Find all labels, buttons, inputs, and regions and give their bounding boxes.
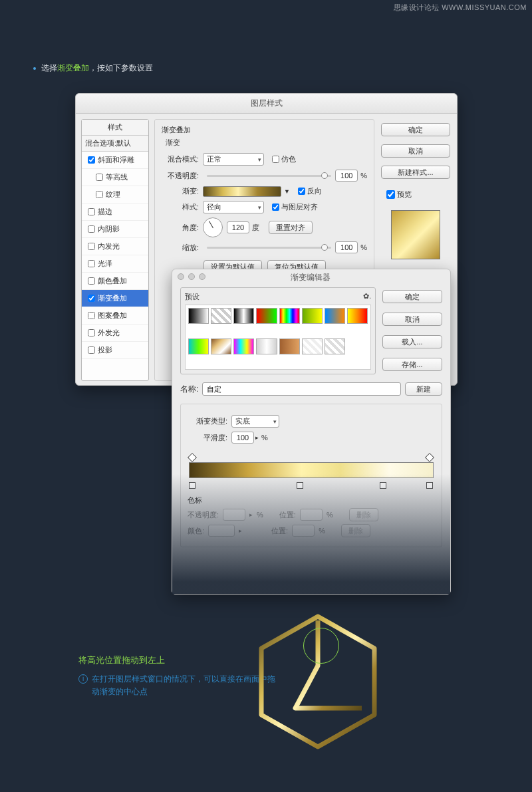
smooth-value[interactable]: 100 — [231, 432, 254, 444]
stop-pos-label: 位置: — [279, 510, 296, 520]
opacity-stop[interactable] — [425, 453, 434, 462]
gradient-type-section: 渐变类型: 实底 平滑度: 100 ▸ % 色标 不透明度: — [180, 404, 442, 547]
preset-swatch[interactable] — [325, 338, 345, 354]
preset-swatch[interactable] — [279, 338, 300, 354]
style-item-渐变叠加[interactable]: 渐变叠加 — [82, 290, 148, 307]
percent-label-2: % — [360, 243, 367, 251]
color-stop[interactable] — [297, 482, 303, 489]
preset-swatch[interactable] — [188, 338, 209, 354]
preset-swatch[interactable] — [188, 308, 209, 324]
preset-swatch[interactable] — [279, 308, 300, 324]
stops-header: 色标 — [188, 495, 435, 505]
presets-grid — [185, 305, 371, 370]
preview-swatch — [391, 210, 440, 259]
style-item-颜色叠加[interactable]: 颜色叠加 — [82, 273, 148, 290]
style-item-内发光[interactable]: 内发光 — [82, 238, 148, 255]
angle-value[interactable]: 120 — [227, 221, 249, 233]
ge-ok-button[interactable]: 确定 — [382, 290, 442, 303]
blend-mode-dropdown[interactable]: 正常 — [203, 153, 264, 166]
stop-pos-value-2[interactable] — [292, 525, 315, 537]
gradient-preview[interactable] — [203, 186, 281, 197]
dither-check[interactable]: 仿色 — [269, 154, 296, 165]
gradient-editor-dialog: 渐变编辑器 预设 ✿. 确定 取消 载入... 存储... 名称: 新建 — [172, 269, 451, 594]
opacity-stop[interactable] — [188, 453, 197, 462]
preset-swatch[interactable] — [211, 338, 231, 354]
cancel-button[interactable]: 取消 — [381, 144, 450, 158]
style-dropdown[interactable]: 径向 — [203, 201, 264, 213]
dither-label: 仿色 — [281, 154, 296, 164]
presets-panel: 预设 ✿. — [180, 287, 376, 374]
zoom-icon[interactable] — [199, 273, 205, 280]
style-item-纹理[interactable]: 纹理 — [82, 186, 148, 203]
smooth-label: 平滑度: — [188, 433, 227, 443]
style-list: 样式 混合选项:默认 斜面和浮雕等高线纹理描边内阴影内发光光泽颜色叠加渐变叠加图… — [81, 119, 149, 381]
type-dropdown[interactable]: 实底 — [231, 415, 279, 428]
delete-stop-button-2[interactable]: 删除 — [341, 524, 370, 537]
subsection-title: 渐变 — [166, 138, 367, 148]
style-item-等高线[interactable]: 等高线 — [82, 169, 148, 186]
blending-options-row[interactable]: 混合选项:默认 — [82, 136, 148, 152]
stop-color-swatch[interactable] — [208, 525, 235, 537]
reverse-check[interactable]: 反向 — [295, 186, 322, 197]
style-item-图案叠加[interactable]: 图案叠加 — [82, 307, 148, 325]
preset-swatch[interactable] — [256, 338, 277, 354]
color-stop[interactable] — [380, 482, 386, 489]
preset-swatch[interactable] — [256, 308, 277, 324]
opacity-slider[interactable] — [207, 175, 331, 177]
preset-swatch[interactable] — [302, 338, 323, 354]
preview-label: 预览 — [397, 190, 412, 199]
preset-swatch[interactable] — [325, 308, 345, 324]
angle-unit: 度 — [252, 223, 259, 233]
dialog-title: 图层样式 — [76, 94, 457, 114]
percent-label: % — [360, 172, 367, 180]
style-item-光泽[interactable]: 光泽 — [82, 255, 148, 273]
preset-swatch[interactable] — [211, 308, 231, 324]
new-style-button[interactable]: 新建样式... — [381, 166, 450, 179]
opacity-value[interactable]: 100 — [335, 170, 358, 182]
style-item-外发光[interactable]: 外发光 — [82, 325, 148, 342]
ge-load-button[interactable]: 载入... — [382, 335, 442, 348]
gear-icon[interactable]: ✿. — [363, 292, 371, 302]
stop-pos-value[interactable] — [300, 509, 323, 521]
annotation-green: 将高光位置拖动到左上 — [78, 654, 278, 666]
reverse-label: 反向 — [307, 186, 322, 196]
reset-align-button[interactable]: 重置对齐 — [269, 221, 313, 234]
bullet-icon — [33, 67, 36, 70]
minimize-icon[interactable] — [188, 273, 195, 280]
close-icon[interactable] — [178, 273, 184, 280]
new-button[interactable]: 新建 — [405, 382, 442, 396]
ge-cancel-button[interactable]: 取消 — [382, 313, 442, 326]
scale-label: 缩放: — [162, 243, 199, 253]
angle-label: 角度: — [162, 223, 199, 233]
color-stop[interactable] — [189, 482, 196, 489]
preset-swatch[interactable] — [347, 308, 368, 324]
color-stop[interactable] — [426, 482, 433, 489]
stop-opacity-value[interactable] — [223, 509, 245, 521]
scale-slider[interactable] — [207, 247, 331, 249]
gradient-editor-title: 渐变编辑器 — [209, 272, 412, 283]
name-input[interactable] — [202, 382, 401, 396]
caption-pre: 选择 — [41, 63, 57, 74]
scale-value[interactable]: 100 — [335, 241, 358, 253]
preset-swatch[interactable] — [233, 308, 254, 324]
preset-swatch[interactable] — [302, 308, 323, 324]
preview-check[interactable]: 预览 — [384, 188, 450, 201]
style-item-投影[interactable]: 投影 — [82, 342, 148, 359]
style-item-内阴影[interactable]: 内阴影 — [82, 221, 148, 238]
ok-button[interactable]: 确定 — [381, 123, 450, 136]
styles-header: 样式 — [82, 120, 148, 136]
style-item-描边[interactable]: 描边 — [82, 203, 148, 221]
preset-swatch[interactable] — [233, 338, 254, 354]
align-check[interactable]: 与图层对齐 — [269, 201, 318, 213]
align-label: 与图层对齐 — [281, 202, 318, 212]
ge-save-button[interactable]: 存储... — [382, 358, 442, 371]
gradient-bar[interactable] — [189, 453, 434, 490]
style-item-斜面和浮雕[interactable]: 斜面和浮雕 — [82, 152, 148, 169]
angle-dial[interactable] — [203, 217, 223, 237]
delete-stop-button[interactable]: 删除 — [349, 508, 378, 521]
gradient-editor-buttons: 确定 取消 载入... 存储... — [382, 287, 442, 374]
highlight-circle-icon — [303, 628, 339, 664]
info-icon: i — [78, 674, 88, 684]
caption-row: 选择 渐变叠加 ，按如下参数设置 — [33, 63, 153, 74]
blending-options-label: 混合选项:默认 — [85, 138, 131, 148]
